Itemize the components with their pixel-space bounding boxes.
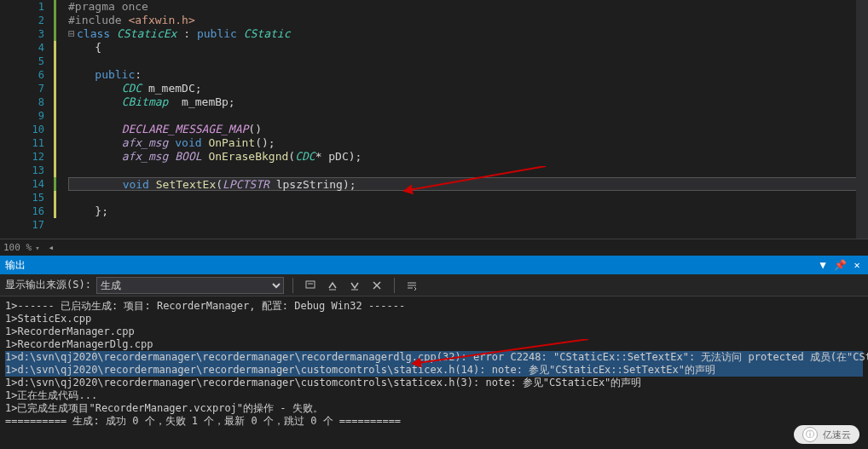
- line-number: 17: [0, 218, 44, 232]
- code-line[interactable]: };: [68, 204, 868, 218]
- output-line[interactable]: 1>StaticEx.cpp: [5, 313, 863, 325]
- zoom-value: 100 %: [3, 242, 32, 253]
- line-number: 7: [0, 82, 44, 95]
- dropdown-icon[interactable]: ▼: [817, 259, 829, 271]
- code-line[interactable]: [68, 218, 868, 232]
- line-number: 10: [0, 123, 44, 136]
- line-number: 12: [0, 150, 44, 164]
- code-line[interactable]: ⊟class CStaticEx : public CStatic: [68, 27, 868, 41]
- line-number: 9: [0, 109, 44, 123]
- code-area[interactable]: #pragma once#include <afxwin.h>⊟class CS…: [68, 0, 868, 239]
- line-number: 11: [0, 136, 44, 150]
- code-line[interactable]: afx_msg BOOL OnEraseBkgnd(CDC* pDC);: [68, 150, 868, 164]
- output-line[interactable]: 1>d:\svn\qj2020\recordermanager\recorder…: [5, 364, 863, 377]
- close-icon[interactable]: ✕: [851, 259, 863, 271]
- output-line[interactable]: 1>d:\svn\qj2020\recordermanager\recorder…: [5, 351, 863, 364]
- output-line[interactable]: 1>------ 已启动生成: 项目: RecorderManager, 配置:…: [5, 300, 863, 313]
- code-line[interactable]: [68, 109, 868, 123]
- code-line[interactable]: afx_msg void OnPaint();: [68, 136, 868, 150]
- code-line[interactable]: [68, 164, 868, 177]
- change-guide: [51, 0, 68, 239]
- output-titlebar: 输出 ▼ 📌 ✕: [0, 256, 868, 274]
- output-line[interactable]: 1>RecorderManagerDlg.cpp: [5, 338, 863, 351]
- code-editor[interactable]: 1234567891011121314151617 #pragma once#i…: [0, 0, 868, 239]
- nav-left-icon[interactable]: ◂: [49, 242, 55, 253]
- code-line[interactable]: #include <afxwin.h>: [68, 14, 868, 27]
- output-body[interactable]: 1>------ 已启动生成: 项目: RecorderManager, 配置:…: [0, 296, 868, 449]
- code-line[interactable]: public:: [68, 68, 868, 82]
- line-number: 16: [0, 204, 44, 218]
- line-number: 4: [0, 41, 44, 55]
- output-panel: 输出 ▼ 📌 ✕ 显示输出来源(S): 生成 1>------ 已启动生成: 项…: [0, 256, 868, 449]
- zoom-bar: 100 % ▾ ◂: [0, 239, 868, 256]
- line-number: 14: [0, 177, 44, 191]
- vertical-scrollbar[interactable]: [856, 0, 868, 239]
- code-line[interactable]: #pragma once: [68, 0, 868, 14]
- zoom-dropdown-icon[interactable]: ▾: [35, 244, 39, 252]
- line-number-gutter: 1234567891011121314151617: [0, 0, 51, 239]
- output-line[interactable]: 1>d:\svn\qj2020\recordermanager\recorder…: [5, 377, 863, 389]
- watermark-icon: ⓘ: [802, 427, 818, 442]
- line-number: 6: [0, 68, 44, 82]
- code-line[interactable]: void SetTextEx(LPCTSTR lpszString);: [68, 177, 868, 191]
- code-line[interactable]: CDC m_memDC;: [68, 82, 868, 95]
- code-line[interactable]: {: [68, 41, 868, 55]
- line-number: 1: [0, 0, 44, 14]
- code-line[interactable]: [68, 55, 868, 68]
- line-number: 5: [0, 55, 44, 68]
- line-number: 2: [0, 14, 44, 27]
- output-toolbar: 显示输出来源(S): 生成: [0, 274, 868, 296]
- pin-icon[interactable]: 📌: [834, 259, 846, 271]
- output-source-label: 显示输出来源(S):: [5, 278, 91, 292]
- watermark: ⓘ 亿速云: [794, 425, 859, 444]
- watermark-label: 亿速云: [823, 429, 851, 441]
- code-line[interactable]: [68, 191, 868, 204]
- prev-message-icon[interactable]: [324, 277, 341, 294]
- output-line[interactable]: 1>已完成生成项目"RecorderManager.vcxproj"的操作 - …: [5, 402, 863, 415]
- output-line[interactable]: 1>正在生成代码...: [5, 389, 863, 402]
- output-source-select[interactable]: 生成: [96, 277, 284, 294]
- word-wrap-icon[interactable]: [403, 277, 420, 294]
- line-number: 3: [0, 27, 44, 41]
- fold-icon[interactable]: ⊟: [68, 27, 77, 41]
- line-number: 13: [0, 164, 44, 177]
- code-line[interactable]: DECLARE_MESSAGE_MAP(): [68, 123, 868, 136]
- output-line[interactable]: ========== 生成: 成功 0 个，失败 1 个，最新 0 个，跳过 0…: [5, 415, 863, 428]
- line-number: 15: [0, 191, 44, 204]
- code-line[interactable]: CBitmap m_memBp;: [68, 95, 868, 109]
- find-message-icon[interactable]: [302, 277, 319, 294]
- svg-rect-1: [306, 281, 315, 288]
- clear-all-icon[interactable]: [368, 277, 385, 294]
- next-message-icon[interactable]: [346, 277, 363, 294]
- output-title-label: 输出: [5, 258, 26, 273]
- output-line[interactable]: 1>RecorderManager.cpp: [5, 325, 863, 338]
- line-number: 8: [0, 95, 44, 109]
